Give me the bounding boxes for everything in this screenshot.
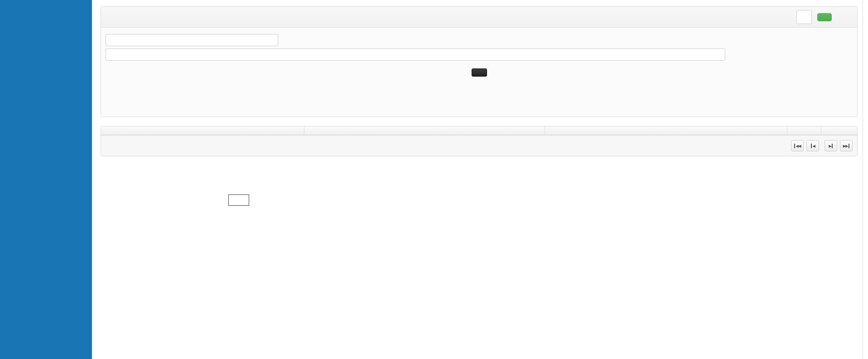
search-panel [101,6,858,117]
search-form [101,28,857,77]
table-footer: ◀◀ ◀ ▶ ▶▶ [101,135,857,156]
sidebar-nav [0,0,92,359]
excel-export-button[interactable] [796,10,812,24]
assunto-input[interactable] [106,49,725,61]
col-header-observacao[interactable] [304,126,545,135]
incluir-novo-button[interactable] [817,13,832,21]
editar-tooltip [228,194,249,206]
panel-toolbar [796,10,852,24]
app-window: ◀◀ ◀ ▶ ▶▶ [0,0,868,359]
col-header-assunto[interactable] [545,126,787,135]
codigo-input[interactable] [106,34,278,46]
pagination-next-button[interactable]: ▶ [825,140,837,151]
pagination-last-button[interactable]: ▶▶ [840,140,853,151]
scrollbar-divider [863,0,863,359]
col-header-para[interactable] [787,126,821,135]
pagination: ◀◀ ◀ ▶ ▶▶ [791,140,853,151]
col-header-codigo[interactable] [101,126,304,135]
table-header-row [101,126,857,135]
pagination-first-button[interactable]: ◀◀ [791,140,804,151]
messages-table-panel: ◀◀ ◀ ▶ ▶▶ [101,126,858,156]
pagination-prev-button[interactable]: ◀ [806,140,819,151]
search-button-row [106,66,853,77]
panel-header [101,7,857,28]
col-header-acao[interactable] [821,126,857,135]
pesquisar-button[interactable] [472,68,487,77]
